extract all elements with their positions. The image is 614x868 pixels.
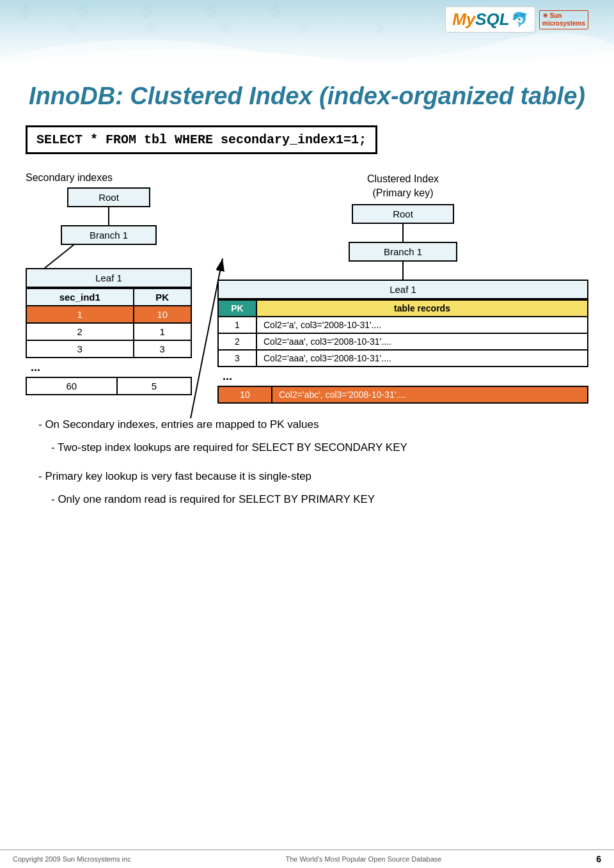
sec-col2-header: PK (134, 288, 191, 306)
sec-footer-table: 60 5 (26, 377, 192, 395)
pri-r2-pk: 2 (218, 333, 256, 350)
pri-leaf-table: PK table records 1 Col2='a', col3='2008-… (217, 299, 588, 367)
pri-r1-pk: 1 (218, 317, 256, 333)
svg-line-0 (45, 245, 74, 268)
pri-dots: ... (217, 367, 588, 386)
bullet-1: On Secondary indexes, entries are mapped… (26, 416, 588, 433)
secondary-index-label: Secondary indexes (26, 172, 192, 184)
pri-row-3: 3 Col2='aaa', col3='2008-10-31'.... (218, 350, 588, 367)
bullet-4: Only one random read is required for SEL… (26, 491, 588, 508)
pri-leaf-node: Leaf 1 (217, 280, 588, 299)
bullet-section: On Secondary indexes, entries are mapped… (26, 416, 588, 455)
sec-footer-c2: 5 (117, 377, 191, 395)
sec-row-1: 1 10 (26, 306, 191, 323)
mysql-logo: MySQL 🐬 (445, 6, 535, 33)
pri-row-2: 2 Col2='aaa', col3='2008-10-31'.... (218, 333, 588, 350)
pri-footer-table: 10 Col2='abc', col3='2008-10-31'.... (217, 386, 588, 404)
sec-root-container: Root Branch 1 Leaf 1 (26, 187, 192, 395)
pri-branch-node: Branch 1 (349, 242, 457, 262)
sec-r1-c1: 1 (26, 306, 134, 323)
pri-root-node: Root (352, 204, 454, 224)
primary-index-label-line1: Clustered Index (217, 172, 588, 186)
sec-row-3: 3 3 (26, 340, 191, 358)
sec-r2-c2: 1 (134, 323, 191, 340)
pri-row-1: 1 Col2='a', col3='2008-10-31'.... (218, 317, 588, 333)
footer-page: 6 (596, 854, 601, 864)
primary-index-col: Clustered Index (Primary key) Root Branc… (217, 172, 588, 404)
pri-col1-header: PK (218, 300, 256, 317)
pri-col2-header: table records (256, 300, 588, 317)
sec-leaf-table: sec_ind1 PK 1 10 2 1 (26, 288, 192, 358)
pri-header-row: PK table records (218, 300, 588, 317)
sec-r1-c2: 10 (134, 306, 191, 323)
footer-tagline: The World's Most Popular Open Source Dat… (285, 855, 441, 863)
primary-index-label-line2: (Primary key) (217, 186, 588, 200)
sun-logo: ☀ Sunmicrosystems (539, 10, 588, 29)
footer: Copyright 2009 Sun Microsystems inc The … (0, 849, 614, 868)
sec-branch-node: Branch 1 (61, 225, 157, 245)
pri-r2-rec: Col2='aaa', col3='2008-10-31'.... (256, 333, 588, 350)
sec-col1-header: sec_ind1 (26, 288, 134, 306)
primary-index-label: Clustered Index (Primary key) (217, 172, 588, 201)
bullet-3: Primary key lookup is very fast because … (26, 468, 588, 485)
bullet-2: Two-step index lookups are required for … (26, 439, 588, 456)
logo-area: MySQL 🐬 ☀ Sunmicrosystems (445, 6, 588, 33)
sec-r3-c1: 3 (26, 340, 134, 358)
sec-leaf-node: Leaf 1 (26, 268, 192, 288)
sec-root-node: Root (67, 187, 150, 207)
bullet-section-2: Primary key lookup is very fast because … (26, 468, 588, 507)
sec-footer-c1: 60 (26, 377, 117, 395)
sec-root-vline (108, 207, 109, 225)
sec-footer-row: 60 5 (26, 377, 191, 395)
pri-root-vline (402, 224, 404, 242)
sec-r2-c1: 2 (26, 323, 134, 340)
pri-r3-rec: Col2='aaa', col3='2008-10-31'.... (256, 350, 588, 367)
header-area: MySQL 🐬 ☀ Sunmicrosystems 讲 讲 讲 讲 讲 (0, 0, 614, 70)
pri-root-container: Root Branch 1 Leaf 1 PK table records (217, 204, 588, 404)
sec-r3-c2: 3 (134, 340, 191, 358)
footer-copyright: Copyright 2009 Sun Microsystems inc (13, 855, 131, 863)
pri-r3-pk: 3 (218, 350, 256, 367)
sql-query-box: SELECT * FROM tbl WHERE secondary_index1… (26, 125, 377, 154)
page-title: InnoDB: Clustered Index (index-organized… (26, 82, 588, 111)
pri-r1-rec: Col2='a', col3='2008-10-31'.... (256, 317, 588, 333)
sec-row-2: 2 1 (26, 323, 191, 340)
pri-footer-row: 10 Col2='abc', col3='2008-10-31'.... (218, 386, 588, 403)
pri-branch-vline (402, 262, 404, 280)
diagram-wrapper: Secondary indexes Root Branch 1 (26, 172, 588, 404)
secondary-index-col: Secondary indexes Root Branch 1 (26, 172, 192, 395)
main-content: InnoDB: Clustered Index (index-organized… (0, 82, 614, 539)
pri-footer-rec: Col2='abc', col3='2008-10-31'.... (272, 386, 588, 403)
sec-branch-lines (26, 245, 192, 268)
sec-dots: ... (26, 358, 192, 377)
pri-footer-pk: 10 (218, 386, 272, 403)
